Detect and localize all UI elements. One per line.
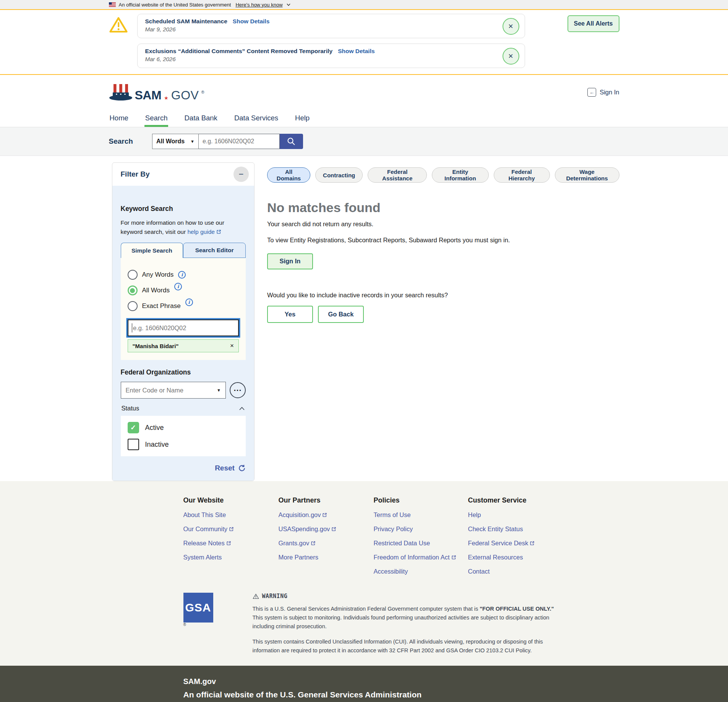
footer-link[interactable]: Federal Service Desk bbox=[468, 540, 535, 546]
keyword-chip: "Manisha Bidari" × bbox=[128, 339, 239, 352]
pill-federal-assistance[interactable]: Federal Assistance bbox=[368, 167, 427, 183]
footer-link[interactable]: Terms of Use bbox=[374, 511, 411, 518]
checkbox-unchecked-icon bbox=[128, 439, 139, 450]
footer-link[interactable]: Grants.gov bbox=[279, 540, 316, 546]
search-label: Search bbox=[109, 137, 133, 146]
logo-registered-mark: ® bbox=[201, 90, 204, 94]
collapse-filter-button[interactable]: − bbox=[233, 167, 249, 182]
pill-contracting[interactable]: Contracting bbox=[315, 167, 363, 183]
sign-in-button[interactable]: Sign In bbox=[267, 253, 313, 269]
info-icon[interactable]: i bbox=[174, 283, 182, 290]
warning-triangle-icon bbox=[109, 14, 137, 68]
sign-in-link[interactable]: ← Sign In bbox=[587, 88, 619, 97]
search-submit-button[interactable] bbox=[280, 134, 303, 149]
footer-link[interactable]: Acquisition.gov bbox=[279, 511, 328, 518]
warning-title: WARNING bbox=[262, 593, 288, 600]
footer-link[interactable]: External Resources bbox=[468, 554, 523, 561]
footer-link[interactable]: Check Entity Status bbox=[468, 525, 523, 532]
pill-entity-information[interactable]: Entity Information bbox=[432, 167, 488, 183]
footer-tagline: An official website of the U.S. General … bbox=[183, 690, 619, 699]
logo-text-gov: GOV bbox=[171, 89, 199, 101]
gsa-logo: GSA® bbox=[183, 593, 213, 655]
no-matches-heading: No matches found bbox=[267, 200, 619, 215]
footer-link[interactable]: Help bbox=[468, 511, 481, 518]
search-input[interactable] bbox=[199, 134, 280, 149]
nav-item-data-bank[interactable]: Data Bank bbox=[183, 109, 218, 127]
sign-in-note: To view Entity Registrations, Subcontrac… bbox=[267, 235, 515, 245]
pill-wage-determinations[interactable]: Wage Determinations bbox=[555, 167, 619, 183]
go-back-button[interactable]: Go Back bbox=[318, 306, 364, 323]
site-header: SAM ★ GOV ® ← Sign In bbox=[0, 75, 728, 109]
footer-link[interactable]: System Alerts bbox=[183, 554, 222, 561]
heres-how-you-know-link[interactable]: Here's how you know bbox=[235, 2, 282, 8]
checkbox-active[interactable]: ✓ Active bbox=[128, 422, 239, 433]
footer-column-customer-service: Customer Service Help Check Entity Statu… bbox=[468, 496, 619, 575]
radio-all-words[interactable] bbox=[128, 285, 138, 295]
keyword-tabs: Simple Search Search Editor bbox=[121, 243, 246, 258]
alert-date: Mar 6, 2026 bbox=[145, 56, 494, 62]
external-link-icon bbox=[229, 527, 234, 532]
filter-panel: Filter By − Keyword Search For more info… bbox=[112, 162, 255, 481]
footer-link[interactable]: Our Community bbox=[183, 525, 234, 532]
warning-small-icon bbox=[253, 593, 259, 599]
footer-column-our-partners: Our Partners Acquisition.gov USASpending… bbox=[279, 496, 374, 575]
uncle-sam-hat-icon bbox=[109, 83, 133, 101]
federal-org-select[interactable]: Enter Code or Name ▼ bbox=[121, 382, 226, 399]
external-link-icon bbox=[226, 541, 231, 546]
footer-column-policies: Policies Terms of Use Privacy Policy Res… bbox=[374, 496, 468, 575]
footer-link[interactable]: Freedom of Information Act bbox=[374, 554, 456, 561]
search-strip: Search All Words ▼ bbox=[0, 127, 728, 156]
refresh-icon bbox=[238, 464, 246, 472]
see-all-alerts-button[interactable]: See All Alerts bbox=[567, 15, 619, 32]
radio-exact-phrase[interactable] bbox=[128, 301, 138, 311]
footer-link[interactable]: About This Site bbox=[183, 511, 226, 518]
alert-date: Mar 9, 2026 bbox=[145, 26, 494, 32]
nav-item-home[interactable]: Home bbox=[109, 109, 129, 127]
footer-link[interactable]: USASpending.gov bbox=[279, 525, 337, 532]
warning-paragraph-1: This is a U.S. General Services Administ… bbox=[253, 605, 558, 631]
samgov-logo[interactable]: SAM ★ GOV ® bbox=[109, 83, 204, 101]
nav-item-help[interactable]: Help bbox=[294, 109, 310, 127]
nav-item-data-services[interactable]: Data Services bbox=[233, 109, 279, 127]
yes-button[interactable]: Yes bbox=[267, 306, 313, 323]
info-icon[interactable]: i bbox=[178, 271, 186, 279]
reset-filters-button[interactable]: Reset bbox=[121, 464, 246, 472]
status-options: ✓ Active Inactive bbox=[121, 416, 246, 456]
footer-link[interactable]: Accessibility bbox=[374, 568, 408, 575]
status-title: Status bbox=[122, 405, 139, 412]
help-guide-link[interactable]: help guide bbox=[187, 229, 221, 235]
footer-link[interactable]: Release Notes bbox=[183, 540, 231, 546]
chip-remove-icon[interactable]: × bbox=[230, 342, 234, 350]
chevron-down-icon[interactable] bbox=[287, 3, 290, 6]
footer-link[interactable]: More Partners bbox=[279, 554, 319, 561]
close-icon[interactable]: × bbox=[503, 18, 519, 35]
logo-text-sam: SAM bbox=[135, 89, 162, 101]
footer-link[interactable]: Restricted Data Use bbox=[374, 540, 430, 546]
site-footer: Our Website About This Site Our Communit… bbox=[0, 481, 728, 666]
chevron-up-icon[interactable] bbox=[239, 407, 245, 410]
show-details-link[interactable]: Show Details bbox=[233, 18, 269, 25]
nav-item-search[interactable]: Search bbox=[144, 109, 169, 127]
close-icon[interactable]: × bbox=[503, 48, 519, 65]
caret-down-icon: ▼ bbox=[217, 388, 221, 392]
info-icon[interactable]: i bbox=[185, 298, 193, 306]
tab-simple-search[interactable]: Simple Search bbox=[121, 243, 183, 258]
show-details-link[interactable]: Show Details bbox=[338, 48, 375, 55]
page: An official website of the United States… bbox=[0, 0, 728, 702]
alert-list: Scheduled SAM Maintenance Show Details M… bbox=[137, 14, 525, 68]
keyword-input[interactable]: e.g. 1606N020Q02 bbox=[128, 319, 239, 336]
alert-card: Scheduled SAM Maintenance Show Details M… bbox=[137, 14, 525, 38]
footer-link[interactable]: Privacy Policy bbox=[374, 525, 413, 532]
checkbox-inactive[interactable]: Inactive bbox=[128, 439, 239, 450]
pill-federal-hierarchy[interactable]: Federal Hierarchy bbox=[494, 167, 550, 183]
footer-link[interactable]: Contact bbox=[468, 568, 490, 575]
pill-all-domains[interactable]: All Domains bbox=[267, 167, 310, 183]
org-more-options-button[interactable]: ··· bbox=[230, 382, 246, 398]
us-flag-icon bbox=[109, 2, 116, 7]
radio-any-words[interactable] bbox=[128, 270, 138, 280]
filter-by-title: Filter By bbox=[121, 170, 150, 178]
tab-search-editor[interactable]: Search Editor bbox=[183, 243, 246, 258]
main-content: Filter By − Keyword Search For more info… bbox=[0, 156, 728, 481]
footer-brand: SAM.gov bbox=[183, 677, 619, 686]
search-mode-select[interactable]: All Words ▼ bbox=[152, 134, 199, 149]
